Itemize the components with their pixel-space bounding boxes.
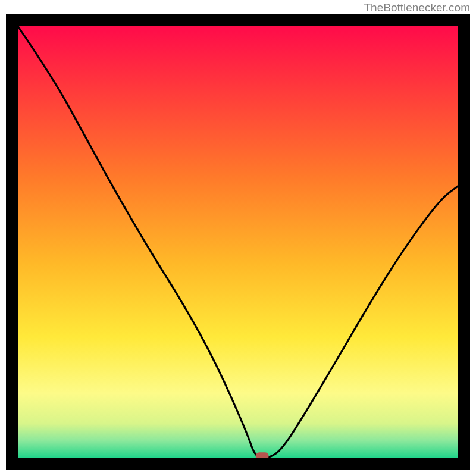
optimal-marker — [256, 452, 269, 458]
watermark-text: TheBottlenecker.com — [364, 1, 470, 14]
gradient-background — [18, 26, 458, 458]
chart-container: TheBottlenecker.com — [0, 0, 476, 476]
plot-frame — [6, 14, 470, 470]
bottleneck-chart — [18, 26, 458, 458]
